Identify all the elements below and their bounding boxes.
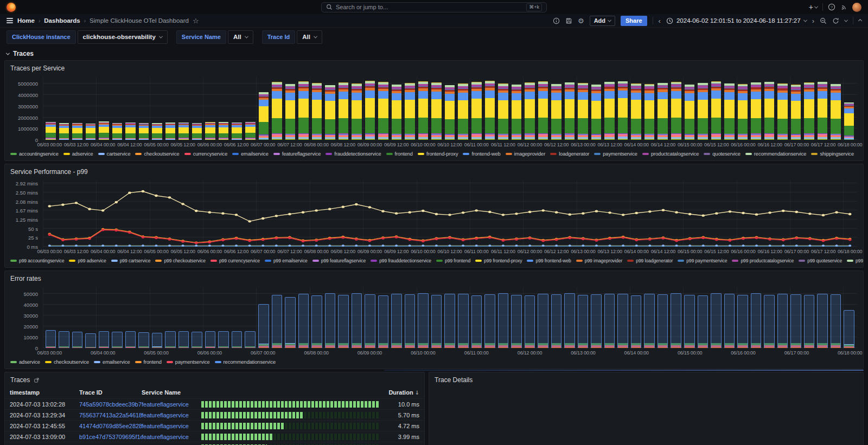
legend-item[interactable]: emailservice [232,151,268,157]
variable-select[interactable]: All [228,30,253,44]
breadcrumb-current: Simple ClickHouse OTel Dashboard [90,17,189,24]
legend-item[interactable]: recommendationservice [745,151,807,157]
legend-item[interactable]: p99 imageprovider [576,258,622,263]
legend-item[interactable]: adservice [10,359,40,365]
stacked-bar [631,83,641,140]
legend-item[interactable]: checkoutservice [135,151,179,157]
menu-toggle-icon[interactable] [7,18,13,23]
favorite-star-icon[interactable]: ☆ [193,17,199,25]
legend-item[interactable]: p99 quoteservice [799,258,842,263]
legend-item[interactable]: cartservice [98,151,131,157]
help-icon[interactable]: ? [828,3,835,11]
service-name-link[interactable]: featureflagservice [142,423,189,429]
legend-item[interactable]: paymentservice [594,151,637,157]
legend-swatch [799,260,805,262]
legend-item[interactable]: p99 adservice [69,258,106,263]
trace-id-link[interactable]: b91ce47d753709695f1d... [79,434,142,440]
time-back-icon[interactable]: ‹ [659,17,661,24]
panel-links-icon[interactable] [34,377,40,383]
x-tick-label: 06/04 00:00 [91,350,115,356]
service-name-link[interactable]: featureflagservice [142,412,189,418]
save-icon[interactable] [565,17,572,24]
service-name-link[interactable]: featureflagservice [142,401,189,408]
legend-item[interactable]: loadgenerator [550,151,589,157]
grafana-logo-icon[interactable] [7,3,16,12]
y-axis: 0 ms25 s50 s1.25 mins1.67 mins2.08 mins2… [5,180,43,247]
stacked-bar-plot[interactable] [43,287,857,348]
legend-label: p99 frauddetectionservice [379,258,431,263]
breadcrumb-home[interactable]: Home [17,17,35,24]
legend-item[interactable]: p99 loadgenerator [627,258,673,263]
zoom-out-icon[interactable] [820,17,827,24]
duration-gauge [201,434,379,440]
legend-item[interactable]: p99 cartservice [111,258,151,263]
legend-item[interactable]: imageprovider [506,151,546,157]
variable-select[interactable]: clickhouse-observability [78,30,168,44]
user-avatar[interactable] [852,3,861,12]
collapse-toolbar-icon[interactable] [858,18,862,22]
x-tick-label: 06/07 00:00 [251,350,275,356]
cell-timestamp: 2024-07-03 13:02:28 [10,401,79,408]
legend-item[interactable]: checkoutservice [45,359,89,365]
variable-select[interactable]: All [297,30,322,44]
service-name-link[interactable]: featureflagservice [142,434,189,440]
section-row-traces[interactable]: Traces [0,46,868,60]
x-tick-label: 06/04 12:00 [117,249,142,254]
legend-item[interactable]: p99 frontend [436,258,470,263]
legend-item[interactable]: p99 paymentservice [678,258,727,263]
line-plot[interactable] [43,180,857,247]
legend-item[interactable]: frontend-web [463,151,500,157]
legend-swatch [371,260,377,262]
legend-item[interactable]: p99 frauddetectionservice [371,258,431,263]
legend-item[interactable]: emailservice [94,359,130,365]
column-header-duration[interactable]: Duration↓ [386,389,419,396]
column-header-timestamp[interactable]: timestamp [10,389,79,396]
trace-id-link[interactable]: 41474d0769d85ee2828... [79,423,142,429]
legend-item[interactable]: adservice [63,151,93,157]
settings-gear-icon[interactable]: ⚙ [578,17,584,24]
legend-item[interactable]: p99 currencyservice [210,258,260,263]
legend-item[interactable]: quoteservice [704,151,741,157]
legend-item[interactable]: p99 emailservice [265,258,308,263]
trace-id-link[interactable]: 7556377413a22a54618... [79,412,142,418]
x-tick-label: 06/03 00:00 [37,350,62,356]
legend-item[interactable]: p99 frontend-web [527,258,571,263]
news-icon[interactable] [840,4,847,11]
refresh-interval-caret[interactable] [844,18,848,22]
dashboard-info-icon[interactable] [553,17,560,24]
variable-label: Service Name [176,30,226,44]
legend-item[interactable]: currencyservice [184,151,228,157]
legend-item[interactable]: accountingservice [10,151,59,157]
column-header-trace-id[interactable]: Trace ID [79,389,142,396]
time-range-picker[interactable]: 2024-06-02 12:01:51 to 2024-06-18 11:27:… [666,17,807,24]
legend-item[interactable]: p99 accountingservice [10,258,64,263]
stacked-bar [59,123,69,140]
legend-label: frontend-web [471,151,500,157]
legend-item[interactable]: recommendationservice [215,359,276,365]
x-tick-label: 06/09 00:00 [358,249,382,254]
share-button[interactable]: Share [621,16,647,26]
search-input[interactable]: Search or jump to... ⌘+k [321,2,547,12]
legend-item[interactable]: p99 checkoutservice [155,258,205,263]
legend-item[interactable]: frontend [135,359,162,365]
add-menu-button[interactable]: + [809,3,818,11]
legend-item[interactable]: featureflagservice [273,151,321,157]
legend-item[interactable]: frauddetectionservice [326,151,381,157]
legend-swatch [63,153,70,155]
legend-item[interactable]: frontend [386,151,413,157]
legend-item[interactable]: p99 productcatalogservice [732,258,794,263]
breadcrumb-dashboards[interactable]: Dashboards [44,17,80,24]
legend-item[interactable]: paymentservice [167,359,210,365]
trace-id-link[interactable]: 745a59078cbdeec39b7... [79,401,142,408]
legend-item[interactable]: p99 recommendationservice [847,258,863,263]
add-button[interactable]: Add [590,16,615,26]
legend-item[interactable]: p99 frontend-proxy [475,258,522,263]
legend-item[interactable]: shippingservice [811,151,854,157]
refresh-icon[interactable] [832,17,839,24]
time-forward-icon[interactable]: › [812,17,814,24]
legend-item[interactable]: p99 featureflagservice [312,258,366,263]
legend-item[interactable]: frontend-proxy [418,151,458,157]
column-header-service-name[interactable]: Service Name [142,389,201,396]
stacked-bar-plot[interactable] [43,77,857,140]
legend-item[interactable]: productcatalogservice [642,151,699,157]
